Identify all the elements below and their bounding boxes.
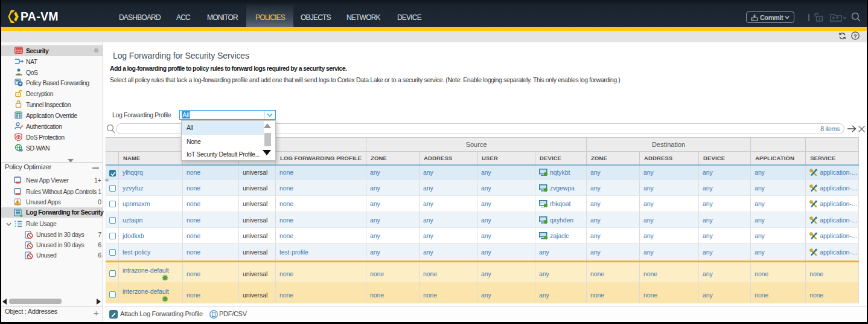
svg-text:?: ?	[854, 33, 857, 39]
svg-text:QoS: QoS	[16, 73, 22, 77]
